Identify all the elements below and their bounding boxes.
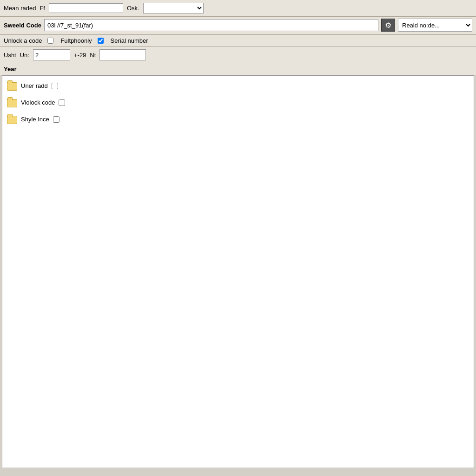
serial-checkbox[interactable]	[98, 38, 104, 44]
list-item[interactable]: Shyle Ince	[2, 109, 474, 126]
item-label-2: Violock code	[21, 99, 55, 106]
item-checkbox-1[interactable]	[52, 83, 58, 89]
ff-input[interactable]	[49, 3, 123, 13]
usht-row: Usht Un: +-29 Nt	[0, 47, 476, 63]
usht-label: Usht	[4, 52, 16, 59]
item-checkbox-2[interactable]	[59, 99, 65, 106]
reald-select[interactable]: Reald no:de... Option A Option B	[398, 19, 472, 32]
un-input[interactable]	[33, 49, 70, 60]
osk-select[interactable]: Option1 Option2	[143, 3, 204, 13]
plusminus-label: +-29	[74, 52, 86, 59]
nt-input[interactable]	[99, 49, 146, 60]
year-label: Year	[4, 66, 16, 73]
year-row: Year	[0, 63, 476, 75]
folder-icon-1	[7, 82, 17, 91]
osk-label: Osk.	[127, 5, 139, 12]
sweeld-label: Sweeld Code	[4, 22, 41, 29]
sweeld-input[interactable]	[44, 19, 378, 31]
list-item[interactable]: Violock code	[2, 93, 474, 109]
folder-icon-2	[7, 99, 17, 107]
top-bar: Mean raded Ff Osk. Option1 Option2	[0, 0, 476, 17]
unlock-label: Unlock a code	[4, 37, 42, 44]
gear-icon: ⚙	[385, 21, 391, 30]
un-label: Un:	[20, 52, 29, 59]
folder-icon-3	[7, 116, 17, 124]
fultphoonly-checkbox[interactable]	[47, 38, 53, 44]
serial-label: Serial number	[111, 37, 148, 44]
unlock-row: Unlock a code Fultphoonly Serial number	[0, 35, 476, 47]
list-item[interactable]: Uner radd	[2, 76, 474, 93]
item-checkbox-3[interactable]	[53, 116, 60, 123]
list-panel[interactable]: Uner radd Violock code Shyle Ince	[2, 75, 474, 468]
list-container: Uner radd Violock code Shyle Ince	[0, 75, 476, 470]
item-label-3: Shyle Ince	[21, 116, 49, 123]
nt-label: Nt	[90, 52, 96, 59]
sweeld-row: Sweeld Code ⚙ Reald no:de... Option A Op…	[0, 17, 476, 35]
mean-raded-label: Mean raded	[4, 5, 36, 12]
ff-label: Ff	[40, 5, 45, 12]
item-label-1: Uner radd	[21, 82, 48, 89]
gear-button[interactable]: ⚙	[381, 19, 395, 32]
fultphoonly-label: Fultphoonly	[60, 37, 92, 44]
